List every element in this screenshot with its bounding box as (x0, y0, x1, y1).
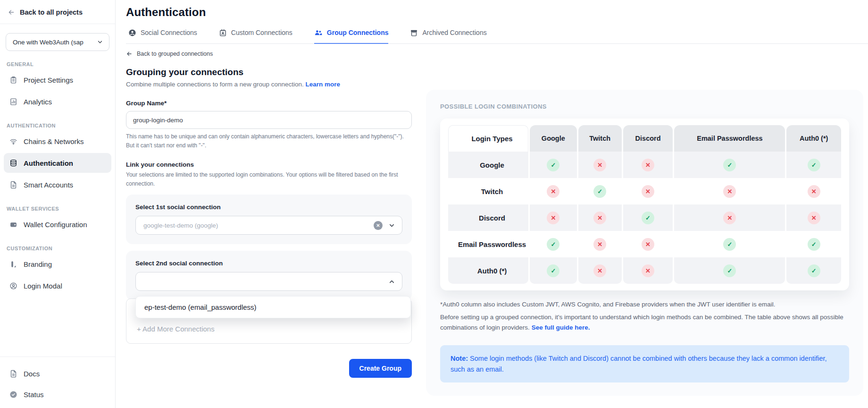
sidebar-item-label: Login Modal (24, 282, 62, 290)
sidebar-item-branding[interactable]: Branding (4, 254, 111, 274)
tab-group-connections[interactable]: Group Connections (314, 28, 389, 44)
table-row: Google✓✕✕✓✓ (448, 152, 841, 178)
group-connection-form: Back to grouped connections Grouping you… (126, 44, 412, 378)
column-header: Google (530, 125, 577, 152)
second-connection-stack: Select 2nd social connection + Add More … (126, 251, 412, 344)
create-group-button[interactable]: Create Group (349, 359, 412, 378)
project-selector-value: One with Web3Auth (sap (13, 39, 83, 46)
combinations-description-text: Before setting up a grouped connection, … (440, 314, 843, 331)
combination-cell: ✕ (786, 178, 841, 204)
sidebar-spacer (0, 297, 115, 357)
sidebar-item-login-modal[interactable]: Login Modal (4, 276, 111, 296)
check-icon: ✓ (593, 185, 606, 198)
sidebar-item-authentication[interactable]: Authentication (4, 153, 111, 173)
arrow-left-icon (8, 8, 15, 16)
check-icon: ✓ (723, 238, 736, 251)
tab-label: Group Connections (327, 29, 389, 36)
clear-selection-icon[interactable]: ✕ (374, 221, 383, 230)
sidebar-item-label: Analytics (24, 98, 52, 106)
full-guide-link[interactable]: See full guide here. (532, 324, 590, 331)
back-to-all-projects-link[interactable]: Back to all projects (0, 0, 115, 24)
back-to-grouped-connections-link[interactable]: Back to grouped connections (126, 51, 412, 57)
tab-custom-connections[interactable]: Custom Connections (219, 28, 292, 44)
sidebar-item-label: Authentication (24, 159, 73, 167)
id-badge-icon (219, 29, 227, 37)
check-icon: ✓ (547, 238, 559, 251)
section-label-wallet-services: WALLET SERVICES (7, 206, 108, 212)
row-label: Discord (448, 204, 528, 231)
sidebar-item-docs[interactable]: Docs (4, 364, 111, 383)
cross-icon: ✕ (593, 238, 606, 251)
link-connections-subtitle: Your selections are limited to the suppo… (126, 170, 412, 188)
sidebar-item-label: Project Settings (24, 76, 73, 84)
combinations-description: Before setting up a grouped connection, … (440, 312, 849, 332)
add-more-connections-button[interactable]: + Add More Connections (137, 325, 215, 333)
combinations-table: Login TypesGoogleTwitchDiscordEmail Pass… (447, 125, 843, 284)
sidebar-item-status[interactable]: Status (4, 384, 111, 404)
combination-cell: ✕ (623, 231, 673, 257)
select1-dropdown[interactable]: google-test-demo (google) ✕ (135, 216, 402, 235)
group-name-input[interactable] (126, 111, 412, 129)
combination-cell: ✓ (786, 231, 841, 257)
table-row: Auth0 (*)✓✕✕✓✓ (448, 257, 841, 284)
tab-bar: Social Connections Custom Connections Gr… (126, 28, 868, 44)
bar-chart-icon (9, 98, 17, 106)
cross-icon: ✕ (723, 185, 736, 198)
combination-cell: ✕ (530, 178, 577, 204)
sidebar-item-wallet-configuration[interactable]: Wallet Configuration (4, 214, 111, 234)
cross-icon: ✕ (593, 159, 606, 171)
document-icon (9, 370, 17, 378)
clipboard-icon (9, 76, 17, 84)
document-icon (9, 181, 17, 189)
column-header: Discord (623, 125, 673, 152)
learn-more-link[interactable]: Learn more (305, 81, 340, 88)
row-label: Email Passwordless (448, 231, 528, 257)
column-header: Auth0 (*) (786, 125, 841, 152)
group-name-label: Group Name* (126, 100, 412, 107)
link-connections-title: Link your connections (126, 161, 412, 168)
login-combinations-panel: POSSIBLE LOGIN COMBINATIONS Login TypesG… (426, 90, 863, 396)
tab-social-connections[interactable]: Social Connections (128, 28, 197, 44)
sidebar-item-analytics[interactable]: Analytics (4, 92, 111, 111)
auth0-footnote: *Auth0 column also includes Custom JWT, … (440, 301, 849, 308)
table-header-row: Login TypesGoogleTwitchDiscordEmail Pass… (448, 125, 841, 152)
page-title: Authentication (126, 6, 868, 19)
database-icon (9, 159, 17, 167)
sidebar: Back to all projects One with Web3Auth (… (0, 0, 116, 408)
check-icon: ✓ (642, 212, 654, 224)
table-row: Email Passwordless✓✕✕✓✓ (448, 231, 841, 257)
check-icon: ✓ (808, 159, 820, 171)
check-icon: ✓ (723, 159, 736, 171)
cross-icon: ✕ (642, 159, 654, 171)
sidebar-item-project-settings[interactable]: Project Settings (4, 70, 111, 90)
combination-cell: ✓ (530, 231, 577, 257)
dropdown-option-ep-test-demo[interactable]: ep-test-demo (email_passwordless) (136, 297, 410, 318)
combination-cell: ✕ (578, 231, 622, 257)
user-circle-icon (128, 29, 136, 37)
sidebar-item-chains-networks[interactable]: Chains & Networks (4, 131, 111, 151)
chevron-up-icon (388, 278, 395, 285)
group-name-helper: This name has to be unique and can only … (126, 132, 412, 150)
back-to-all-projects-label: Back to all projects (20, 8, 83, 16)
note-prefix: Note: (451, 355, 468, 362)
cross-icon: ✕ (642, 264, 654, 277)
row-label: Auth0 (*) (448, 257, 528, 284)
wifi-icon (9, 137, 17, 145)
note-text: Some login methods (like Twitch and Disc… (451, 355, 827, 373)
sidebar-item-smart-accounts[interactable]: Smart Accounts (4, 175, 111, 195)
select1-value: google-test-demo (google) (143, 222, 374, 229)
cross-icon: ✕ (547, 212, 559, 224)
combination-cell: ✕ (623, 178, 673, 204)
cross-icon: ✕ (642, 185, 654, 198)
form-title: Grouping your connections (126, 67, 412, 77)
wallet-icon (9, 221, 17, 229)
select2-dropdown[interactable] (135, 272, 402, 291)
sidebar-item-label: Docs (24, 370, 40, 378)
combination-cell: ✕ (674, 204, 785, 231)
tab-archived-connections[interactable]: Archived Connections (410, 28, 486, 44)
first-connection-card: Select 1st social connection google-test… (126, 195, 412, 244)
project-selector[interactable]: One with Web3Auth (sap (6, 33, 109, 51)
combination-cell: ✓ (674, 152, 785, 178)
chevron-down-icon (97, 39, 103, 45)
combination-cell: ✕ (578, 204, 622, 231)
